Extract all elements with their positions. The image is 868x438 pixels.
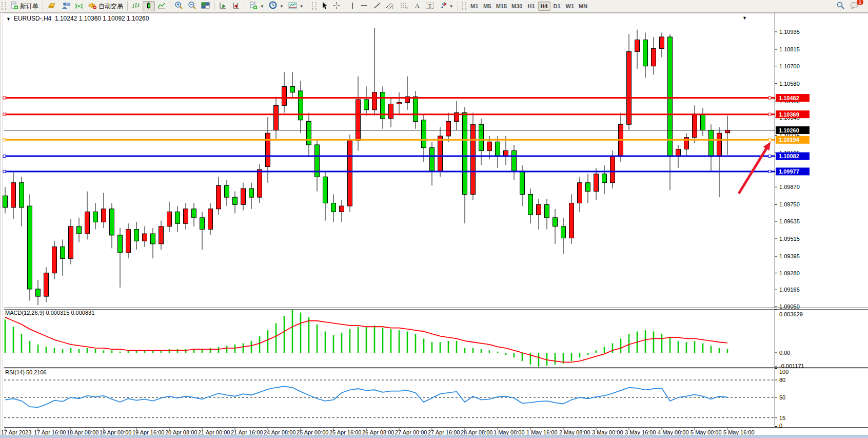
- candle-down: [463, 113, 467, 195]
- toolbar-grip[interactable]: [312, 2, 317, 10]
- autotrade-label: 自动交易: [98, 2, 123, 11]
- price-badge-label: 1.10082: [779, 153, 799, 159]
- separator: [43, 2, 43, 11]
- annotations[interactable]: ▼: [739, 15, 771, 194]
- signals-button[interactable]: [73, 1, 85, 11]
- expand-triangle-icon[interactable]: ▼: [6, 16, 11, 22]
- candle-down: [28, 206, 32, 289]
- hline-handle: [3, 155, 6, 158]
- separator: [245, 2, 245, 11]
- candle-up: [282, 86, 287, 105]
- chart-title: ▼EURUSD-,H4 1.10242 1.10360 1.10092 1.10…: [6, 15, 149, 22]
- arrows-tool-button[interactable]: ▼: [437, 1, 456, 11]
- candle-down: [61, 247, 65, 259]
- svg-text:T: T: [428, 3, 431, 9]
- chart-canvas[interactable]: 1.109351.108151.107001.105801.104601.103…: [0, 0, 868, 438]
- arrow-annotation[interactable]: [739, 145, 768, 194]
- line-chart-button[interactable]: [155, 1, 168, 11]
- tf-button-d1[interactable]: D1: [551, 2, 563, 11]
- ohlc-readout: 1.10242 1.10360 1.10092 1.10260: [55, 15, 149, 22]
- bar-chart-button[interactable]: [130, 1, 142, 11]
- macd-axis-label: 0.00: [779, 350, 790, 356]
- horizontal-line-button[interactable]: [358, 1, 370, 11]
- fibonacci-button[interactable]: F: [398, 1, 411, 11]
- indicators-button[interactable]: ▼: [286, 1, 306, 11]
- equidistant-channel-icon: E: [386, 2, 395, 11]
- text-label-button[interactable]: T: [423, 1, 437, 11]
- trend-line-button[interactable]: [371, 1, 383, 11]
- toolbar: 新订单 自动交易: [0, 0, 868, 13]
- chevron-down-icon: ▼: [300, 4, 304, 9]
- tf-button-mn[interactable]: MN: [577, 2, 589, 11]
- equidistant-channel-button[interactable]: E: [384, 1, 397, 11]
- candle-up: [725, 130, 730, 133]
- zoom-in-button[interactable]: [172, 1, 185, 11]
- crosshair-button[interactable]: [330, 1, 343, 11]
- toolbar-grip[interactable]: [462, 2, 466, 10]
- tf-button-h1[interactable]: H1: [525, 2, 538, 11]
- auto-scroll-button[interactable]: [216, 1, 229, 11]
- candle-up: [216, 185, 221, 208]
- chevron-down-icon: ▼: [280, 4, 284, 9]
- tile-windows-button[interactable]: [199, 1, 212, 11]
- candle-up: [487, 142, 492, 150]
- autotrade-button[interactable]: 自动交易: [86, 1, 125, 11]
- candle-down: [118, 235, 123, 253]
- text-button[interactable]: A: [411, 1, 423, 11]
- time-tick-label: 27 Apr 16:00: [428, 429, 460, 435]
- candle-down: [331, 203, 336, 212]
- periods-clock-icon: [269, 1, 278, 11]
- candle-down: [151, 234, 155, 244]
- candle-up: [610, 157, 615, 183]
- toolbar-grip[interactable]: [2, 2, 6, 10]
- rsi-axis-label: 0: [779, 423, 782, 429]
- vertical-line-button[interactable]: [347, 1, 358, 11]
- time-tick-label: 5 May 00:00: [691, 429, 722, 435]
- rsi-line: [5, 386, 727, 407]
- tf-button-m15[interactable]: M15: [494, 2, 509, 11]
- hline-handle: [768, 170, 771, 173]
- cursor-button[interactable]: [319, 1, 330, 11]
- candle-down: [110, 209, 114, 235]
- market-watch-icon: [61, 2, 70, 11]
- candle-up: [102, 209, 106, 222]
- hline-handle: [3, 113, 6, 116]
- metaquotes-button[interactable]: [45, 1, 58, 11]
- chart-shift-button[interactable]: [230, 1, 243, 11]
- new-chart-button[interactable]: ▼: [247, 1, 266, 11]
- price-badge-label: 1.09977: [779, 168, 799, 175]
- candle-down: [520, 171, 525, 194]
- candle-down: [479, 124, 484, 150]
- candle-up: [438, 136, 443, 171]
- candle-up: [258, 169, 262, 197]
- price-badge-label: 1.10369: [779, 111, 799, 118]
- new-order-button[interactable]: 新订单: [8, 1, 41, 11]
- tf-button-m1[interactable]: M1: [468, 2, 481, 11]
- rsi-indicator-label: RSI(14) 50.2106: [5, 369, 47, 375]
- tf-button-m5[interactable]: M5: [481, 2, 494, 11]
- price-tick-label: 1.10815: [779, 46, 800, 52]
- search-button[interactable]: [834, 1, 847, 11]
- time-tick-label: 25 Apr 16:00: [329, 429, 361, 435]
- market-watch-button[interactable]: [59, 1, 72, 11]
- rsi-axis-label: 80: [779, 377, 785, 383]
- tf-button-h4[interactable]: H4: [538, 2, 550, 11]
- candle-down: [545, 204, 549, 218]
- candle-up: [266, 133, 270, 166]
- arrows-tool-icon: [439, 2, 447, 11]
- macd-panel: 0.0036290.00-0.001171: [5, 310, 804, 369]
- candle-up: [241, 188, 246, 204]
- candle-up: [652, 49, 656, 66]
- tile-windows-icon: [201, 2, 210, 11]
- tf-button-m30[interactable]: M30: [509, 2, 524, 11]
- candlestick-chart-button[interactable]: [143, 1, 155, 11]
- vertical-line-icon: [349, 2, 356, 11]
- rsi-axis-label: 50: [779, 394, 785, 401]
- tf-button-w1[interactable]: W1: [564, 2, 577, 11]
- candle-up: [635, 40, 640, 52]
- periods-button[interactable]: ▼: [267, 1, 286, 11]
- chart-frame: [1, 12, 868, 438]
- zoom-out-button[interactable]: [186, 1, 199, 11]
- autotrade-icon: [88, 2, 97, 11]
- time-tick-label: 26 Apr 08:00: [362, 429, 394, 435]
